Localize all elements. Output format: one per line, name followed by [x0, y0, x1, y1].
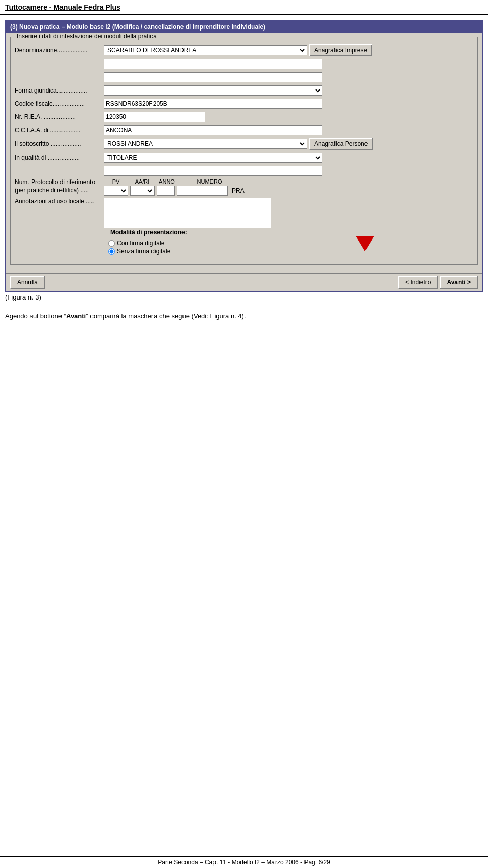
numero-input[interactable]	[177, 186, 228, 196]
dialog-footer: Annulla < Indietro Avanti >	[6, 273, 482, 291]
radio-con-firma[interactable]	[108, 240, 115, 247]
nr-rea-field-area: 120350	[104, 112, 473, 122]
body-text-content: Agendo sul bottone “Avanti” comparirà la…	[5, 312, 246, 320]
annulla-button[interactable]: Annulla	[10, 276, 45, 289]
nr-rea-row: Nr. R.E.A. ................... 120350	[15, 111, 473, 123]
arrow-down-icon	[356, 236, 374, 251]
radio-senza-firma[interactable]	[108, 248, 115, 255]
annotations-content	[104, 198, 271, 230]
pv-header: PV	[104, 178, 128, 185]
codice-fiscale-label: Codice fiscale...................	[15, 100, 104, 107]
denominazione-row: Denominazione.................. SCARABEO…	[15, 44, 473, 56]
aari-header: AA/RI	[130, 178, 155, 185]
anno-header: ANNO	[157, 178, 177, 185]
footer-right-buttons: < Indietro Avanti >	[398, 276, 478, 289]
denominazione-input3[interactable]	[104, 72, 322, 82]
cciaa-field-area: ANCONA	[104, 125, 473, 135]
sottoscritto-row: Il sottoscritto .................. ROSSI…	[15, 138, 473, 150]
denominazione-field-area3	[104, 72, 473, 82]
arrow-outer	[356, 236, 488, 253]
denominazione-select[interactable]: SCARABEO DI ROSSI ANDREA	[104, 45, 307, 55]
anagrafica-persone-button[interactable]: Anagrafica Persone	[309, 138, 373, 150]
denominazione-field-area: SCARABEO DI ROSSI ANDREA Anagrafica Impr…	[104, 44, 473, 56]
qualita-row: In qualità di ................... TITOLA…	[15, 152, 473, 163]
nr-rea-label: Nr. R.E.A. ...................	[15, 113, 104, 121]
header-link[interactable]: Tuttocamere - Manuale Fedra Plus	[5, 3, 120, 11]
radio-firma-digitale-row: Con firma digitale	[108, 240, 267, 247]
numero-header: NUMERO	[179, 178, 240, 185]
forma-giuridica-field-area	[104, 85, 473, 96]
form-group-box: Inserire i dati di intestazione dei modu…	[10, 37, 478, 265]
qualita-field-area2	[104, 166, 473, 176]
radio-senza-firma-label: Senza firma digitale	[117, 248, 170, 255]
radio-con-firma-label: Con firma digitale	[117, 240, 164, 247]
cciaa-row: C.C.I.A.A. di .................. ANCONA	[15, 125, 473, 136]
body-text: Agendo sul bottone “Avanti” comparirà la…	[5, 311, 483, 322]
qualita-input2[interactable]	[104, 166, 322, 176]
group-box-legend: Inserire i dati di intestazione dei modu…	[15, 33, 159, 40]
qualita-row2	[15, 165, 473, 176]
protocol-label: Num. Protocollo di riferimento (per prat…	[15, 178, 104, 194]
denominazione-label: Denominazione..................	[15, 47, 104, 54]
avanti-button[interactable]: Avanti >	[440, 276, 478, 289]
denominazione-input2[interactable]	[104, 59, 322, 69]
sottoscritto-select[interactable]: ROSSI ANDREA	[104, 139, 307, 149]
sottoscritto-label: Il sottoscritto ..................	[15, 140, 104, 147]
indietro-button[interactable]: < Indietro	[398, 276, 438, 289]
annotations-textarea[interactable]	[104, 198, 271, 228]
protocol-fields-area: PV AA/RI ANNO NUMERO	[104, 178, 247, 196]
pv-select[interactable]	[104, 186, 128, 196]
forma-giuridica-row: Forma giuridica..................	[15, 85, 473, 96]
modalita-group: Modalità di presentazione: Con firma dig…	[104, 233, 271, 258]
sottoscritto-field-area: ROSSI ANDREA Anagrafica Persone	[104, 138, 473, 150]
anno-input[interactable]	[157, 186, 175, 196]
page-header: Tuttocamere - Manuale Fedra Plus	[0, 0, 488, 15]
codice-fiscale-row: Codice fiscale................... RSSNDR…	[15, 98, 473, 109]
cciaa-input[interactable]: ANCONA	[104, 125, 322, 135]
header-line	[128, 8, 280, 8]
qualita-field-area: TITOLARE	[104, 153, 473, 163]
forma-giuridica-label: Forma giuridica..................	[15, 87, 104, 94]
denominazione-field-area2	[104, 59, 473, 69]
anagrafica-imprese-button[interactable]: Anagrafica Imprese	[309, 44, 372, 56]
cciaa-label: C.C.I.A.A. di ..................	[15, 127, 104, 134]
codice-fiscale-input[interactable]: RSSNDR63S20F205B	[104, 99, 322, 109]
dialog-title: (3) Nuova pratica – Modulo base I2 (Modi…	[6, 21, 482, 33]
protocol-row: Num. Protocollo di riferimento (per prat…	[15, 178, 473, 196]
annotations-label: Annotazioni ad uso locale .....	[15, 198, 104, 205]
denominazione-row3	[15, 72, 473, 83]
qualita-select[interactable]: TITOLARE	[104, 153, 322, 163]
denominazione-row2	[15, 58, 473, 70]
radio-senza-firma-row: Senza firma digitale	[108, 248, 267, 255]
codice-fiscale-field-area: RSSNDR63S20F205B	[104, 99, 473, 109]
page-caption: (Figura n. 3)	[5, 293, 483, 301]
pra-label: PRA	[230, 187, 247, 194]
aari-select[interactable]	[130, 186, 155, 196]
modalita-legend: Modalità di presentazione:	[108, 229, 189, 236]
qualita-label: In qualità di ...................	[15, 154, 104, 161]
annotations-row: Annotazioni ad uso locale .....	[15, 198, 473, 230]
forma-giuridica-select[interactable]	[104, 85, 322, 96]
nr-rea-input[interactable]: 120350	[104, 112, 205, 122]
